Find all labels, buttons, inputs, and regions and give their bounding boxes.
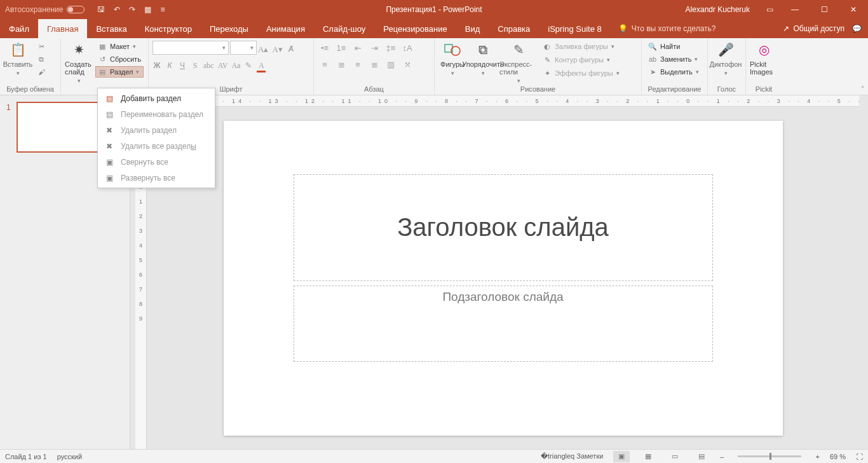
language-indicator[interactable]: русский [57, 453, 82, 460]
dec-indent-button[interactable]: ⇤ [351, 41, 365, 55]
layout-button[interactable]: ▦Макет ▾ [95, 41, 144, 52]
zoom-in-button[interactable]: + [815, 453, 819, 460]
zoom-out-button[interactable]: – [720, 453, 724, 460]
shape-effects-button[interactable]: ✦Эффекты фигуры ▾ [540, 67, 622, 79]
qat-customize-icon[interactable]: ≡ [160, 5, 165, 14]
chevron-down-icon: ▾ [78, 78, 81, 84]
tab-ispring[interactable]: iSpring Suite 8 [539, 19, 611, 38]
tab-home[interactable]: Главная [38, 19, 87, 38]
inc-indent-button[interactable]: ⇥ [367, 41, 381, 55]
brush-icon: 🖌 [37, 67, 46, 76]
find-button[interactable]: 🔍Найти [646, 41, 702, 52]
save-icon[interactable]: 🖫 [97, 5, 105, 14]
fit-to-window-icon[interactable]: ⛶ [856, 453, 863, 460]
tell-me-search[interactable]: 💡 Что вы хотите сделать? [618, 19, 716, 38]
redo-icon[interactable]: ↷ [129, 5, 135, 14]
arrange-button[interactable]: ⧉ Упорядочить▾ [469, 41, 497, 76]
case-button[interactable]: Aa [231, 61, 240, 73]
tab-transitions[interactable]: Переходы [201, 19, 257, 38]
font-name-combo[interactable]: ▾ [153, 41, 229, 55]
replace-button[interactable]: abЗаменить ▾ [646, 53, 702, 65]
font-size-combo[interactable]: ▾ [230, 41, 257, 55]
dictate-button[interactable]: 🎤 Диктофон▾ [712, 41, 740, 76]
tab-insert[interactable]: Вставка [87, 19, 135, 38]
text-direction-button[interactable]: ↕A [400, 41, 414, 55]
highlight-button[interactable]: ✎ [244, 61, 253, 73]
collapse-ribbon-icon[interactable]: ˄ [861, 85, 864, 92]
bold-button[interactable]: Ж [153, 61, 161, 73]
smartart-button[interactable]: ⤱ [400, 57, 414, 71]
section-button[interactable]: ▤Раздел ▾ [95, 66, 144, 78]
bucket-icon: ◐ [543, 42, 552, 51]
zoom-slider[interactable] [738, 455, 801, 457]
format-painter-button[interactable]: 🖌 [34, 66, 48, 78]
paste-button[interactable]: 📋 Вставить ▾ [4, 41, 32, 76]
italic-button[interactable]: К [165, 61, 174, 73]
close-button[interactable]: ✕ [839, 0, 868, 19]
share-button[interactable]: ↗ Общий доступ [783, 24, 844, 33]
new-slide-label: Создать слайд [65, 60, 93, 76]
tab-design[interactable]: Конструктор [136, 19, 201, 38]
comments-icon[interactable]: 💬 [852, 24, 862, 33]
undo-icon[interactable]: ↶ [114, 5, 120, 14]
select-button[interactable]: ➤Выделить ▾ [646, 66, 702, 78]
slide-canvas-area[interactable]: Заголовок слайда Подзаголовок слайда [147, 107, 859, 449]
pickit-label: Pickit Images [750, 60, 778, 76]
tab-view[interactable]: Вид [456, 19, 489, 38]
shadow-button[interactable]: S [191, 61, 200, 73]
cut-button[interactable]: ✂ [34, 41, 48, 52]
reset-button[interactable]: ↺Сбросить [95, 53, 144, 65]
pickit-button[interactable]: ◎ Pickit Images [750, 41, 778, 76]
group-slides: Создать слайд ▾ ▦Макет ▾ ↺Сбросить ▤Разд… [61, 38, 149, 95]
slide-counter[interactable]: Слайд 1 из 1 [5, 453, 47, 460]
effects-icon: ✦ [543, 69, 552, 78]
menu-add-section[interactable]: ▤Добавить раздел [98, 90, 215, 106]
shrink-font-icon[interactable]: A▾ [272, 45, 282, 55]
menu-delete-section: ✖Удалить раздел [98, 122, 215, 138]
slideshow-view-icon[interactable]: ▤ [693, 451, 710, 462]
underline-button[interactable]: Ч [178, 61, 187, 73]
document-title: Презентация1 - PowerPoint [386, 5, 482, 14]
spacing-button[interactable]: AV [218, 61, 228, 73]
sorter-view-icon[interactable]: ▦ [640, 451, 656, 462]
shapes-button[interactable]: Фигуры▾ [438, 41, 466, 76]
zoom-level[interactable]: 69 % [830, 453, 846, 460]
tab-help[interactable]: Справка [489, 19, 539, 38]
shape-outline-button[interactable]: ✎Контур фигуры ▾ [540, 54, 622, 66]
user-name[interactable]: Alexandr Kucheruk [677, 5, 759, 14]
align-right-button[interactable]: ≡ [351, 57, 365, 71]
reading-view-icon[interactable]: ▭ [667, 451, 683, 462]
line-spacing-button[interactable]: ‡≡ [384, 41, 398, 55]
quick-styles-button[interactable]: ✎ Экспресс-стили▾ [499, 41, 538, 84]
align-left-button[interactable]: ≡ [318, 57, 332, 71]
normal-view-icon[interactable]: ▣ [613, 451, 630, 462]
ribbon-display-options-icon[interactable]: ▭ [759, 0, 780, 19]
autosave-toggle[interactable]: Автосохранение [0, 5, 90, 14]
start-from-beginning-icon[interactable]: ▦ [144, 5, 151, 14]
subtitle-placeholder[interactable]: Подзаголовок слайда [294, 286, 713, 362]
thumbnail-preview[interactable] [17, 102, 105, 153]
tab-file[interactable]: Файл [0, 19, 38, 38]
justify-button[interactable]: ≣ [367, 57, 381, 71]
tab-review[interactable]: Рецензирование [374, 19, 456, 38]
minimize-button[interactable]: — [780, 0, 810, 19]
align-center-button[interactable]: ≣ [334, 57, 348, 71]
notes-button[interactable]: �triangleq Заметки [541, 452, 603, 460]
pen-icon: ✎ [543, 55, 552, 64]
tab-animation[interactable]: Анимация [257, 19, 314, 38]
font-color-button[interactable]: A [257, 61, 266, 73]
columns-button[interactable]: ▥ [384, 57, 398, 71]
grow-font-icon[interactable]: A▴ [258, 45, 268, 55]
bullets-button[interactable]: •≡ [318, 41, 332, 55]
numbering-button[interactable]: 1≡ [334, 41, 348, 55]
shape-fill-button[interactable]: ◐Заливка фигуры ▾ [540, 41, 622, 52]
horizontal-ruler[interactable]: · 16 · · 15 · · 14 · · 13 · · 12 · · 11 … [147, 95, 859, 107]
title-placeholder[interactable]: Заголовок слайда [294, 174, 713, 281]
copy-button[interactable]: ⧉ [34, 53, 48, 65]
maximize-button[interactable]: ☐ [810, 0, 839, 19]
slide-canvas[interactable]: Заголовок слайда Подзаголовок слайда [224, 121, 783, 436]
tab-slideshow[interactable]: Слайд-шоу [314, 19, 374, 38]
strike-button[interactable]: abc [203, 61, 214, 73]
clear-format-icon[interactable]: A̸ [287, 45, 295, 55]
new-slide-button[interactable]: Создать слайд ▾ [65, 41, 93, 84]
